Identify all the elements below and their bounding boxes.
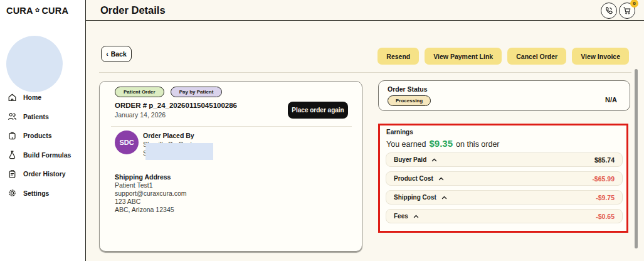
earnings-row-product-cost[interactable]: Product Cost -$65.99 [386, 171, 623, 186]
sidebar-item-label: Patients [23, 113, 49, 120]
status-processing-badge: Processing [388, 95, 431, 106]
pay-by-patient-badge: Pay by Patient [171, 87, 223, 97]
earnings-row-value: $85.74 [594, 156, 615, 164]
placed-by-heading: Order Placed By [143, 132, 194, 139]
earnings-row-fees[interactable]: Fees -$0.65 [386, 209, 623, 223]
earnings-row-buyer-paid[interactable]: Buyer Paid $85.74 [386, 152, 623, 167]
sidebar-item-label: Settings [23, 189, 49, 197]
sidebar-item-label: Order History [23, 170, 66, 178]
order-number: ORDER # p_24_20260115045100286 [115, 102, 237, 109]
logo-flower-icon: ✿ [35, 8, 40, 13]
sidebar-item-settings[interactable]: Settings [0, 184, 85, 203]
chevron-up-icon [441, 196, 447, 200]
home-icon [7, 92, 17, 102]
vertical-scrollbar[interactable] [635, 69, 638, 248]
sidebar-item-label: Products [23, 132, 52, 139]
sidebar-item-products[interactable]: Products [0, 126, 85, 146]
earnings-row-shipping-cost[interactable]: Shipping Cost -$9.75 [386, 190, 623, 205]
sidebar-item-order-history[interactable]: Order History [0, 164, 85, 184]
order-date: January 14, 2026 [115, 111, 166, 119]
chevron-up-icon [431, 158, 437, 162]
shipping-line: support@curaxcura.com [115, 189, 187, 198]
order-summary-card: Patient Order Pay by Patient ORDER # p_2… [99, 81, 362, 252]
order-badges: Patient Order Pay by Patient [115, 87, 222, 97]
cart-button[interactable]: 0 [619, 3, 635, 19]
order-details-page: Order Details 0 CURA ✿ [0, 0, 644, 261]
order-status-heading: Order Status [388, 85, 428, 93]
top-header: Order Details 0 [86, 0, 644, 21]
sidebar-item-label: Home [23, 93, 41, 101]
brand-logo: CURA ✿ CURA [6, 6, 68, 16]
redaction-overlay [145, 143, 213, 160]
page-title: Order Details [100, 4, 166, 16]
earnings-heading: Earnings [386, 129, 413, 136]
earnings-summary-suffix: on this order [456, 140, 499, 149]
sidebar-item-home[interactable]: Home [0, 88, 85, 107]
order-status-card: Order Status Processing N/A [378, 80, 630, 111]
view-payment-link-button[interactable]: View Payment Link [425, 48, 502, 65]
order-history-clipboard-icon [7, 169, 17, 179]
cart-icon [623, 6, 631, 15]
sidebar-item-label: Build Formulas [23, 151, 71, 159]
earnings-row-value: -$0.65 [596, 213, 615, 220]
earnings-row-label: Product Cost [394, 175, 433, 182]
patient-order-badge: Patient Order [115, 87, 164, 97]
sidebar-item-patients[interactable]: Patients [0, 107, 85, 127]
earnings-row-label: Shipping Cost [394, 194, 436, 201]
shipping-address-heading: Shipping Address [115, 173, 171, 181]
sidebar: CURA ✿ CURA Home Patients [0, 0, 86, 261]
earnings-amount: $9.35 [430, 138, 453, 149]
patients-icon [7, 112, 17, 122]
earnings-summary: You earned $9.35 on this order [386, 138, 500, 149]
sidebar-item-build-formulas[interactable]: Build Formulas [0, 146, 85, 165]
earnings-rows: Buyer Paid $85.74 Product Cost -$65.99 S… [386, 152, 623, 228]
cancel-order-button[interactable]: Cancel Order [507, 48, 566, 65]
shipping-address: Patient Test1 support@curaxcura.com 123 … [115, 181, 187, 214]
phone-icon [604, 6, 613, 15]
toolbar-divider [99, 72, 631, 73]
settings-gear-icon [7, 188, 17, 198]
chevron-up-icon [438, 177, 444, 181]
place-order-again-button[interactable]: Place order again [288, 102, 348, 119]
earnings-section: Earnings You earned $9.35 on this order … [378, 124, 628, 233]
shipping-line: 123 ABC [115, 198, 187, 206]
placed-by-avatar: SDC [115, 130, 139, 154]
back-chevron-icon: ‹ [106, 50, 108, 58]
earnings-row-value: -$65.99 [592, 175, 615, 183]
earnings-row-label: Fees [394, 213, 408, 220]
earnings-row-label: Buyer Paid [394, 156, 426, 163]
support-call-button[interactable] [601, 3, 617, 19]
earnings-row-value: -$9.75 [596, 194, 615, 201]
formulas-flask-icon [7, 150, 17, 160]
back-label: Back [111, 50, 127, 58]
back-button[interactable]: ‹ Back [101, 46, 132, 62]
logo-text-left: CURA [6, 6, 33, 16]
status-right-value: N/A [605, 96, 617, 104]
sidebar-nav: Home Patients Products Build Formulas [0, 88, 85, 203]
profile-avatar[interactable] [6, 36, 63, 92]
resend-button[interactable]: Resend [377, 48, 419, 65]
order-actions: Resend View Payment Link Cancel Order Vi… [377, 48, 629, 65]
earnings-summary-prefix: You earned [386, 140, 426, 149]
shipping-line: Patient Test1 [115, 181, 187, 189]
card-divider [111, 126, 352, 127]
chevron-up-icon [413, 215, 419, 218]
logo-text-right: CURA [41, 6, 68, 16]
products-icon [7, 130, 17, 141]
shipping-line: ABC, Arizona 12345 [115, 206, 187, 214]
cart-count-badge: 0 [630, 0, 638, 8]
view-invoice-button[interactable]: View Invoice [572, 48, 629, 65]
